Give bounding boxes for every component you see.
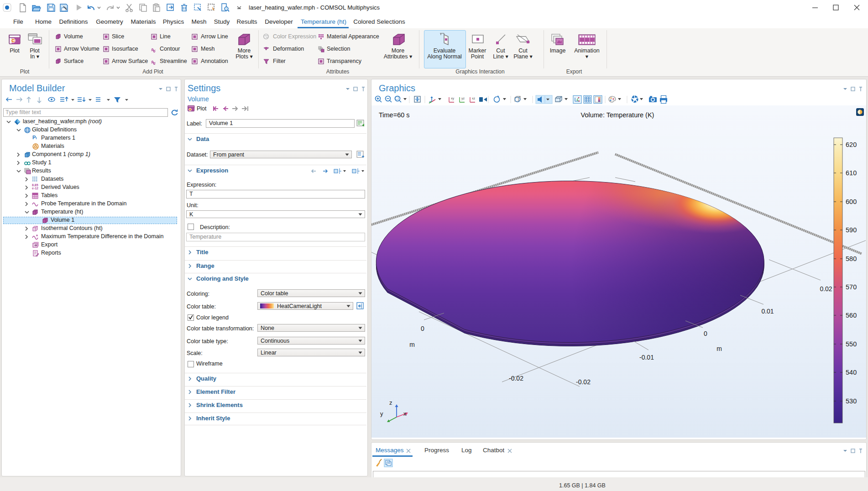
svg-text:Time=60 s: Time=60 s — [379, 111, 410, 119]
svg-text:580: 580 — [846, 255, 857, 262]
svg-text:610: 610 — [846, 169, 857, 177]
svg-text:550: 550 — [846, 340, 857, 348]
svg-text:0.01: 0.01 — [761, 308, 774, 315]
svg-text:600: 600 — [846, 198, 857, 205]
svg-text:xy: xy — [451, 97, 455, 100]
svg-text:-0.01: -0.01 — [639, 354, 654, 361]
svg-text:590: 590 — [846, 226, 857, 234]
svg-text:z: z — [389, 399, 392, 406]
svg-text:yz: yz — [461, 97, 465, 100]
svg-text:m: m — [716, 345, 722, 352]
svg-text:0: 0 — [421, 325, 424, 332]
svg-text:y: y — [380, 410, 383, 417]
svg-text:-0.02: -0.02 — [576, 378, 591, 386]
svg-text:-0.02: -0.02 — [509, 375, 523, 382]
svg-text:Volume: Temperature (K): Volume: Temperature (K) — [581, 111, 654, 119]
svg-text:570: 570 — [846, 283, 857, 291]
svg-text:540: 540 — [846, 369, 857, 376]
svg-text:0: 0 — [704, 330, 707, 337]
svg-text:xz: xz — [472, 97, 476, 100]
svg-text:620: 620 — [846, 141, 857, 148]
svg-text:530: 530 — [846, 397, 857, 405]
svg-text:560: 560 — [846, 312, 857, 319]
svg-text:0.02: 0.02 — [820, 285, 832, 293]
svg-text:m: m — [409, 341, 415, 348]
svg-text:x: x — [403, 410, 407, 417]
